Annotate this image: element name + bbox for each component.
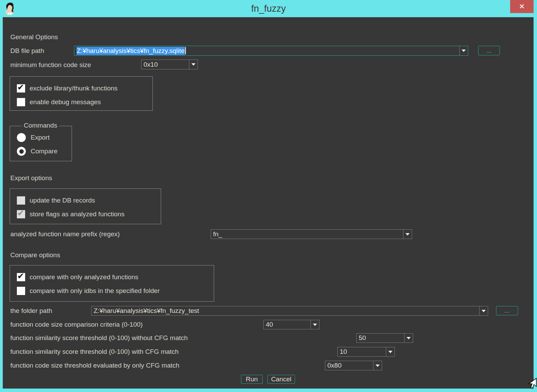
chevron-down-icon[interactable] <box>189 60 198 69</box>
radio-row-export: Export <box>17 131 72 144</box>
min-func-code-size-label: minimum function code size <box>10 60 91 70</box>
only-idbs-checkbox[interactable]: ✔ <box>17 287 25 295</box>
folder-path-value: Z:¥haru¥analysis¥tics¥fn_fuzzy_test <box>92 306 479 315</box>
window-title: fn_fuzzy <box>0 0 537 17</box>
compare-options-heading: Compare options <box>10 251 60 259</box>
code-size-criteria-combo[interactable]: 40 <box>263 320 319 329</box>
prefix-combo[interactable]: fn_ <box>211 229 412 239</box>
chevron-down-icon[interactable] <box>386 347 394 356</box>
enable-debug-checkbox[interactable]: ✔ <box>17 98 25 106</box>
code-size-criteria-value: 40 <box>264 320 310 329</box>
sim-without-cfg-value: 50 <box>357 334 404 342</box>
code-size-criteria-label: function code size comparison criteria (… <box>10 320 143 329</box>
enable-debug-label: enable debug messages <box>30 98 101 106</box>
checkbox-row-store-flags: ✔ store flags as analyzed functions <box>17 207 161 221</box>
chevron-down-icon[interactable] <box>459 46 468 55</box>
folder-path-combo[interactable]: Z:¥haru¥analysis¥tics¥fn_fuzzy_test <box>91 306 488 316</box>
folder-path-label: the folder path <box>10 306 52 316</box>
fn-fuzzy-dialog: fn_fuzzy ✕ General Options DB file path … <box>0 0 537 392</box>
prefix-value: fn_ <box>211 230 403 239</box>
only-analyzed-checkbox[interactable]: ✔ <box>17 273 25 281</box>
checkbox-row-update-db: ✔ update the DB records <box>17 194 161 207</box>
radio-dot <box>19 149 24 154</box>
exclude-library-label: exclude library/thunk functions <box>30 85 118 92</box>
titlebar[interactable]: fn_fuzzy ✕ <box>0 0 537 17</box>
checkbox-row-exclude-library: ✔ exclude library/thunk functions <box>17 81 152 95</box>
chevron-down-icon[interactable] <box>479 306 488 315</box>
export-radio[interactable] <box>17 133 26 142</box>
chevron-down-icon[interactable] <box>403 230 412 239</box>
update-db-checkbox[interactable]: ✔ <box>17 196 25 205</box>
export-options-heading: Export options <box>10 174 52 182</box>
radio-row-compare: Compare <box>17 144 72 159</box>
db-file-path-combo[interactable]: Z:¥haru¥analysis¥tics¥fn_fuzzy.sqlite <box>74 46 468 56</box>
commands-legend: Commands <box>22 122 59 129</box>
chevron-down-icon[interactable] <box>373 361 382 370</box>
min-func-code-size-value: 0x10 <box>141 60 189 69</box>
sim-without-cfg-label: function similarity score threshold (0-1… <box>10 333 188 343</box>
check-icon: ✔ <box>17 271 24 281</box>
check-icon: ✔ <box>17 208 24 218</box>
prefix-label: analyzed function name prefix (regex) <box>10 229 120 239</box>
compare-radio[interactable] <box>17 147 26 156</box>
code-size-cfg-only-value: 0x80 <box>325 361 373 370</box>
compare-radio-label: Compare <box>31 148 57 155</box>
chevron-down-icon[interactable] <box>310 320 319 329</box>
checkbox-row-only-idbs: ✔ compare with only idbs in the specifie… <box>17 284 214 298</box>
update-db-label: update the DB records <box>30 197 95 204</box>
close-icon: ✕ <box>519 2 525 11</box>
commands-group: Commands Export Compare <box>10 126 72 161</box>
dialog-content: General Options DB file path Z:¥haru¥ana… <box>3 17 534 389</box>
code-size-cfg-only-combo[interactable]: 0x80 <box>325 361 382 370</box>
general-checkbox-group: ✔ exclude library/thunk functions ✔ enab… <box>10 76 153 111</box>
check-icon: ✔ <box>17 83 24 92</box>
store-flags-label: store flags as analyzed functions <box>30 210 125 218</box>
store-flags-checkbox[interactable]: ✔ <box>17 210 25 218</box>
only-idbs-label: compare with only idbs in the specified … <box>30 287 160 295</box>
sim-with-cfg-value: 10 <box>338 347 386 356</box>
code-size-cfg-only-label: function code size threshold evaluated b… <box>10 361 179 370</box>
chevron-down-icon[interactable] <box>404 334 413 342</box>
exclude-library-checkbox[interactable]: ✔ <box>17 84 25 92</box>
compare-checkbox-group: ✔ compare with only analyzed functions ✔… <box>10 265 214 302</box>
close-button[interactable]: ✕ <box>510 0 534 13</box>
export-radio-label: Export <box>31 134 50 141</box>
db-file-path-label: DB file path <box>10 46 44 56</box>
run-button[interactable]: Run <box>241 375 263 384</box>
general-options-heading: General Options <box>10 33 58 41</box>
text-caret <box>185 47 186 54</box>
min-func-code-size-combo[interactable]: 0x10 <box>141 59 198 69</box>
sim-with-cfg-combo[interactable]: 10 <box>337 347 395 357</box>
checkbox-row-only-analyzed: ✔ compare with only analyzed functions <box>17 270 214 284</box>
cancel-button[interactable]: Cancel <box>267 375 295 384</box>
checkbox-row-enable-debug: ✔ enable debug messages <box>17 95 152 109</box>
export-checkbox-group: ✔ update the DB records ✔ store flags as… <box>10 188 161 224</box>
only-analyzed-label: compare with only analyzed functions <box>30 273 138 281</box>
db-file-browse-button[interactable]: ... <box>478 46 500 55</box>
sim-without-cfg-combo[interactable]: 50 <box>356 333 413 343</box>
db-file-path-value: Z:¥haru¥analysis¥tics¥fn_fuzzy.sqlite <box>76 47 185 55</box>
folder-browse-button[interactable]: ... <box>496 306 518 315</box>
sim-with-cfg-label: function similarity score threshold (0-1… <box>10 347 179 357</box>
